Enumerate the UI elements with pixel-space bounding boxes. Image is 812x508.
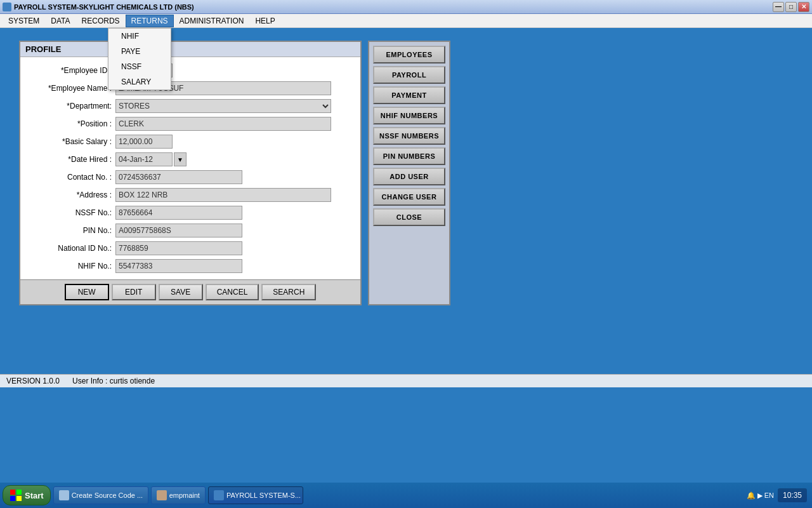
department-select[interactable]: STORES xyxy=(115,99,331,113)
cancel-button[interactable]: CANCEL xyxy=(206,284,259,300)
profile-body: *Employee ID : *Employee Name : *Departm… xyxy=(20,57,360,279)
window-controls: — □ ✕ xyxy=(773,2,809,12)
nssf-numbers-button[interactable]: NSSF NUMBERS xyxy=(373,127,445,145)
title-bar-text: PAYROLL SYSTEM-SKYLIGHT CHEMICALS LTD (N… xyxy=(3,3,194,11)
returns-dropdown: NHIF PAYE NSSF SALARY xyxy=(108,28,171,90)
pin-numbers-button[interactable]: PIN NUMBERS xyxy=(373,147,445,165)
nhif-row: NHIF No.: xyxy=(27,259,354,273)
contact-label: Contact No. : xyxy=(27,173,115,182)
taskbar-item-payroll[interactable]: PAYROLL SYSTEM-S... xyxy=(208,486,303,504)
date-hired-row: *Date Hired : ▼ xyxy=(27,152,354,166)
system-tray: 🔔 ▶ EN xyxy=(747,491,774,500)
basic-salary-row: *Basic Salary : xyxy=(27,135,354,149)
payment-button[interactable]: PAYMENT xyxy=(373,86,445,104)
contact-input[interactable] xyxy=(115,170,242,184)
save-button[interactable]: SAVE xyxy=(159,284,203,300)
national-id-row: National ID No.: xyxy=(27,241,354,255)
source-code-icon xyxy=(59,490,69,500)
change-user-button[interactable]: CHANGE USER xyxy=(373,188,445,206)
svg-rect-0 xyxy=(10,490,15,495)
profile-panel: PROFILE *Employee ID : *Employee Name : … xyxy=(19,41,362,305)
profile-header: PROFILE xyxy=(20,42,360,57)
address-label: *Address : xyxy=(27,190,115,199)
menu-records[interactable]: RECORDS xyxy=(76,15,126,27)
address-row: *Address : xyxy=(27,188,354,202)
menu-system[interactable]: SYSTEM xyxy=(3,15,45,27)
national-id-label: National ID No.: xyxy=(27,244,115,253)
pin-row: PIN No.: xyxy=(27,224,354,237)
basic-salary-label: *Basic Salary : xyxy=(27,137,115,146)
window-close-button[interactable]: ✕ xyxy=(798,2,809,12)
position-input[interactable] xyxy=(115,117,331,131)
date-hired-wrapper: ▼ xyxy=(115,152,187,166)
edit-button[interactable]: EDIT xyxy=(112,284,156,300)
employee-name-label: *Employee Name : xyxy=(27,84,115,93)
nssf-label: NSSF No.: xyxy=(27,208,115,217)
menu-returns[interactable]: RETURNS xyxy=(126,15,174,27)
nssf-row: NSSF No.: xyxy=(27,206,354,220)
taskbar-item-empmaint[interactable]: empmaint xyxy=(151,486,206,504)
dropdown-paye[interactable]: PAYE xyxy=(108,44,171,59)
clock: 10:35 xyxy=(778,488,807,502)
nhif-label: NHIF No.: xyxy=(27,262,115,271)
contact-row: Contact No. : xyxy=(27,170,354,184)
nhif-input[interactable] xyxy=(115,259,242,273)
svg-rect-2 xyxy=(10,496,15,501)
payroll-button[interactable]: PAYROLL xyxy=(373,66,445,84)
nhif-numbers-button[interactable]: NHIF NUMBERS xyxy=(373,107,445,124)
payroll-taskbar-icon xyxy=(214,490,224,500)
version-label: VERSION 1.0.0 xyxy=(6,377,60,385)
action-bar: NEW EDIT SAVE CANCEL SEARCH xyxy=(20,279,360,304)
maximize-button[interactable]: □ xyxy=(785,2,797,12)
position-row: *Position : xyxy=(27,117,354,131)
employee-id-row: *Employee ID : xyxy=(27,64,354,77)
title-bar: PAYROLL SYSTEM-SKYLIGHT CHEMICALS LTD (N… xyxy=(0,0,812,14)
menu-bar: SYSTEM DATA RECORDS RETURNS ADMINISTRATI… xyxy=(0,14,812,28)
pin-input[interactable] xyxy=(115,224,242,237)
dropdown-nssf[interactable]: NSSF xyxy=(108,59,171,74)
employee-name-row: *Employee Name : xyxy=(27,81,354,95)
address-input[interactable] xyxy=(115,188,331,202)
basic-salary-input[interactable] xyxy=(115,135,173,149)
dropdown-nhif[interactable]: NHIF xyxy=(108,29,171,44)
minimize-button[interactable]: — xyxy=(773,2,784,12)
department-row: *Department: STORES xyxy=(27,99,354,113)
national-id-input[interactable] xyxy=(115,241,242,255)
svg-rect-3 xyxy=(16,496,22,501)
svg-rect-1 xyxy=(16,490,22,495)
taskbar-item-source-code[interactable]: Create Source Code ... xyxy=(53,486,148,504)
date-hired-label: *Date Hired : xyxy=(27,155,115,164)
status-bar: VERSION 1.0.0 User Info : curtis otiende xyxy=(0,374,812,387)
pin-label: PIN No.: xyxy=(27,226,115,235)
department-label: *Department: xyxy=(27,102,115,110)
close-button[interactable]: CLOSE xyxy=(373,208,445,226)
windows-logo-icon xyxy=(10,489,22,502)
dropdown-salary[interactable]: SALARY xyxy=(108,74,171,90)
taskbar-right: 🔔 ▶ EN 10:35 xyxy=(747,488,809,502)
nssf-input[interactable] xyxy=(115,206,242,220)
position-label: *Position : xyxy=(27,119,115,128)
menu-help[interactable]: HELP xyxy=(249,15,280,27)
employee-id-label: *Employee ID : xyxy=(27,66,115,75)
add-user-button[interactable]: ADD USER xyxy=(373,168,445,185)
start-button[interactable]: Start xyxy=(3,485,51,505)
menu-administration[interactable]: ADMINISTRATION xyxy=(174,15,250,27)
search-button[interactable]: SEARCH xyxy=(261,284,316,300)
user-info: User Info : curtis otiende xyxy=(72,377,155,385)
menu-data[interactable]: DATA xyxy=(45,15,75,27)
app-icon xyxy=(3,3,11,11)
empmaint-icon xyxy=(157,490,167,500)
new-button[interactable]: NEW xyxy=(65,284,109,300)
date-hired-input[interactable] xyxy=(115,152,173,166)
date-picker-btn[interactable]: ▼ xyxy=(174,152,187,166)
employees-button[interactable]: EMPLOYEES xyxy=(373,46,445,64)
right-panel: EMPLOYEES PAYROLL PAYMENT NHIF NUMBERS N… xyxy=(368,41,450,305)
taskbar: Start Create Source Code ... empmaint PA… xyxy=(0,483,812,508)
